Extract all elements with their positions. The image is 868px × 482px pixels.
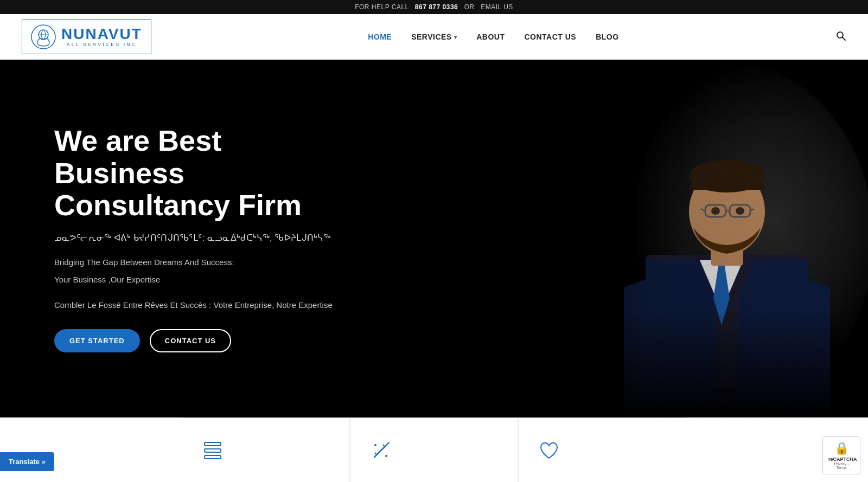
card-2 xyxy=(350,417,518,482)
hero-subtitle-line2: Your Business ,Our Expertise xyxy=(54,273,358,286)
logo-text: NUNAVUT ALL SERVICES INC xyxy=(61,27,142,47)
svg-point-27 xyxy=(383,445,385,446)
help-text: FOR HELP CALL xyxy=(355,3,409,11)
layers-icon xyxy=(202,440,224,466)
svg-rect-20 xyxy=(205,449,221,452)
hero-inuktitut-text: ᓄᓇᕗᑦᓕᕆᓂᖅ ᐊᕕᒃ ᑲᔪᓯᑎᑦᑎᒍᑎᖃᕐᒪᑦ: ᓇᓗᓇᐃᒃᑯᑕᒃᓴᖅ, ᖃ… xyxy=(54,233,358,243)
email-link[interactable]: EMAIL US xyxy=(481,3,513,11)
recaptcha-badge: 🔒 reCAPTCHA Privacy - Terms xyxy=(822,436,860,474)
svg-point-0 xyxy=(31,25,55,49)
header: NUNAVUT ALL SERVICES INC HOME SERVICES ▾… xyxy=(0,14,868,60)
hero-subtitle-french: Combler Le Fossé Entre Rêves Et Succès :… xyxy=(54,300,358,310)
hero-person-image xyxy=(434,60,868,417)
contact-us-button[interactable]: CONTACT US xyxy=(150,329,231,352)
nav-home[interactable]: HOME xyxy=(368,33,392,41)
svg-point-26 xyxy=(375,453,376,454)
hero-section: We are Best Business Consultancy Firm ᓄᓇ… xyxy=(0,60,868,417)
logo-title: NUNAVUT xyxy=(61,27,142,42)
svg-rect-18 xyxy=(434,60,868,417)
logo-icon xyxy=(31,24,56,49)
hero-buttons: GET STARTED CONTACT US xyxy=(54,329,358,352)
card-3 xyxy=(518,417,686,482)
svg-rect-21 xyxy=(205,455,221,459)
nav-services[interactable]: SERVICES ▾ xyxy=(411,33,457,41)
heart-icon xyxy=(538,440,560,466)
get-started-button[interactable]: GET STARTED xyxy=(54,329,140,352)
or-separator: OR xyxy=(464,3,475,11)
chevron-down-icon: ▾ xyxy=(454,34,457,40)
magic-icon xyxy=(370,440,392,466)
phone-number: 867 877 0336 xyxy=(415,3,458,11)
svg-point-25 xyxy=(385,455,387,457)
svg-rect-19 xyxy=(205,442,221,446)
nav-blog[interactable]: BLOG xyxy=(596,33,618,41)
svg-point-24 xyxy=(374,444,376,446)
svg-line-23 xyxy=(385,442,389,446)
hero-subtitle-line1: Bridging The Gap Between Dreams And Succ… xyxy=(54,256,358,269)
logo[interactable]: NUNAVUT ALL SERVICES INC xyxy=(22,20,151,54)
search-icon[interactable] xyxy=(835,30,846,44)
card-1 xyxy=(182,417,350,482)
svg-line-4 xyxy=(842,37,845,40)
recaptcha-sub: Privacy - Terms xyxy=(828,462,854,470)
nav-contact[interactable]: CONTACT US xyxy=(524,33,576,41)
top-bar: FOR HELP CALL 867 877 0336 OR EMAIL US xyxy=(0,0,868,14)
recaptcha-label: reCAPTCHA xyxy=(828,457,854,462)
recaptcha-logo: 🔒 xyxy=(828,441,854,455)
hero-title: We are Best Business Consultancy Firm xyxy=(54,125,358,221)
hero-content: We are Best Business Consultancy Firm ᓄᓇ… xyxy=(0,92,391,384)
main-nav: HOME SERVICES ▾ ABOUT CONTACT US BLOG xyxy=(368,33,619,41)
nav-about[interactable]: ABOUT xyxy=(476,33,505,41)
cards-section xyxy=(0,417,868,482)
logo-subtitle: ALL SERVICES INC xyxy=(61,42,142,47)
translate-badge[interactable]: Translate » xyxy=(0,452,54,471)
